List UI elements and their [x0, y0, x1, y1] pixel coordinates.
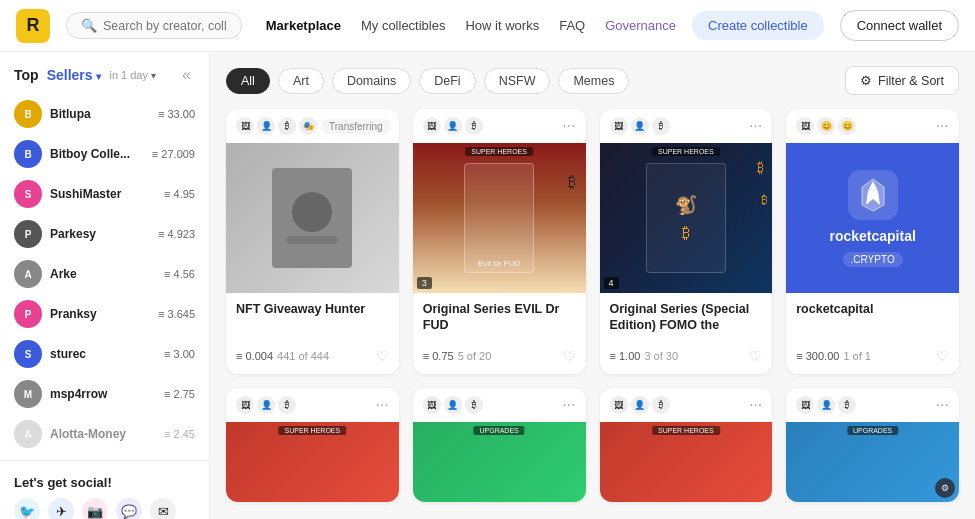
connect-wallet-button[interactable]: Connect wallet	[840, 10, 959, 41]
seller-avatar-6: P	[14, 300, 42, 328]
main-layout: Top Sellers ▾ in 1 day ▾ « B Bitlupa ≡ 3…	[0, 52, 975, 519]
card-6-image[interactable]: UPGRADES	[413, 422, 586, 502]
seller-value-7: ≡ 3.00	[164, 348, 195, 360]
seller-item-7[interactable]: S sturec ≡ 3.00	[0, 334, 209, 374]
twitter-icon[interactable]: 🐦	[14, 498, 40, 519]
card-7-image[interactable]: SUPER HEROES	[600, 422, 773, 502]
search-icon: 🔍	[81, 18, 97, 33]
card-2-icons: 🖼 👤 ₿	[423, 117, 558, 135]
card-7-header: 🖼 👤 ₿ ···	[600, 388, 773, 422]
card-2-body: Original Series EVIL Dr FUD	[413, 293, 586, 348]
card-5-more-button[interactable]: ···	[375, 397, 388, 413]
seller-value-4: ≡ 4.923	[158, 228, 195, 240]
nav-link-faq[interactable]: FAQ	[559, 18, 585, 33]
seller-item-2[interactable]: B Bitboy Colle... ≡ 27.009	[0, 134, 209, 174]
filter-nsfw[interactable]: NSFW	[484, 68, 551, 94]
social-icons: 🐦 ✈ 📷 💬 ✉	[14, 498, 195, 519]
card-8-image[interactable]: UPGRADES ⚙	[786, 422, 959, 502]
card-8-more-button[interactable]: ···	[936, 397, 949, 413]
filter-all[interactable]: All	[226, 68, 270, 94]
seller-item-8[interactable]: M msp4rrow ≡ 2.75	[0, 374, 209, 414]
seller-item-3[interactable]: S SushiMaster ≡ 4.95	[0, 174, 209, 214]
card-1-image[interactable]	[226, 143, 399, 293]
seller-item-4[interactable]: P Parkesy ≡ 4.923	[0, 214, 209, 254]
create-collectible-button[interactable]: Create collectible	[692, 11, 824, 40]
filter-domains[interactable]: Domains	[332, 68, 411, 94]
seller-avatar-3: S	[14, 180, 42, 208]
card-3-favorite-button[interactable]: ♡	[749, 348, 762, 364]
sidebar-header: Top Sellers ▾ in 1 day ▾ «	[0, 66, 209, 94]
nav-link-my-collectibles[interactable]: My collectibles	[361, 18, 446, 33]
card-4-favorite-button[interactable]: ♡	[936, 348, 949, 364]
card-2-favorite-button[interactable]: ♡	[563, 348, 576, 364]
filter-defi[interactable]: DeFi	[419, 68, 475, 94]
card-nft-giveaway: 🖼 👤 ₿ 🎭 Transferring	[226, 109, 399, 374]
discord-icon[interactable]: 💬	[116, 498, 142, 519]
card-2-edition: 5 of 20	[458, 350, 492, 362]
instagram-icon[interactable]: 📷	[82, 498, 108, 519]
nav-link-governance[interactable]: Governance	[605, 18, 676, 33]
seller-avatar-8: M	[14, 380, 42, 408]
card-7-icons: 🖼 👤 ₿	[610, 396, 745, 414]
seller-avatar-4: P	[14, 220, 42, 248]
seller-name-9: Alotta-Money	[50, 427, 156, 441]
card-3-more-button[interactable]: ···	[749, 118, 762, 134]
seller-name-1: Bitlupa	[50, 107, 150, 121]
card-2-image[interactable]: SUPER HEROES Evil Dr FUD 3 ₿	[413, 143, 586, 293]
card-3-icon-2: 👤	[631, 117, 649, 135]
card-6-more-button[interactable]: ···	[562, 397, 575, 413]
filter-icon: ⚙	[860, 73, 872, 88]
card-6-header: 🖼 👤 ₿ ···	[413, 388, 586, 422]
card-4-image[interactable]: rocketcapital .CRYPTO	[786, 143, 959, 293]
card-2-icon-3: ₿	[465, 117, 483, 135]
sidebar-collapse-button[interactable]: «	[178, 66, 195, 84]
email-icon[interactable]: ✉	[150, 498, 176, 519]
period-label[interactable]: in 1 day ▾	[109, 69, 156, 81]
period-dropdown-arrow[interactable]: ▾	[151, 70, 156, 81]
card-3-icon-3: ₿	[652, 117, 670, 135]
card-2-header: 🖼 👤 ₿ ···	[413, 109, 586, 143]
card-5-image[interactable]: SUPER HEROES	[226, 422, 399, 502]
card-4-price: ≡ 300.00 1 of 1	[796, 350, 871, 362]
card-4-more-button[interactable]: ···	[936, 118, 949, 134]
sidebar-top-label: Top	[14, 67, 39, 83]
seller-value-6: ≡ 3.645	[158, 308, 195, 320]
card-8-icon-2: 👤	[817, 396, 835, 414]
telegram-icon[interactable]: ✈	[48, 498, 74, 519]
card-fomo: 🖼 👤 ₿ ··· SUPER HEROES 🐒 ₿ 4 ₿	[600, 109, 773, 374]
nav-link-marketplace[interactable]: Marketplace	[266, 18, 341, 33]
seller-value-9: ≡ 2.45	[164, 428, 195, 440]
card-1-price: ≡ 0.004 441 of 444	[236, 350, 329, 362]
seller-item-1[interactable]: B Bitlupa ≡ 33.00	[0, 94, 209, 134]
card-7-icon-1: 🖼	[610, 396, 628, 414]
seller-item-9[interactable]: A Alotta-Money ≡ 2.45	[0, 414, 209, 454]
filter-sort-button[interactable]: ⚙ Filter & Sort	[845, 66, 959, 95]
card-6-icons: 🖼 👤 ₿	[423, 396, 558, 414]
card-2-title: Original Series EVIL Dr FUD	[423, 301, 576, 334]
card-3-title: Original Series (Special Edition) FOMO t…	[610, 301, 763, 334]
card-3-image[interactable]: SUPER HEROES 🐒 ₿ 4 ₿ ₿	[600, 143, 773, 293]
seller-item-6[interactable]: P Pranksy ≡ 3.645	[0, 294, 209, 334]
filter-art[interactable]: Art	[278, 68, 324, 94]
nav-link-how-it-works[interactable]: How it works	[465, 18, 539, 33]
search-bar[interactable]: 🔍	[66, 12, 242, 39]
card-6-icon-1: 🖼	[423, 396, 441, 414]
card-6-icon-3: ₿	[465, 396, 483, 414]
card-8-icons: 🖼 👤 ₿	[796, 396, 931, 414]
card-2-more-button[interactable]: ···	[562, 118, 575, 134]
card-1-favorite-button[interactable]: ♡	[376, 348, 389, 364]
sidebar-sellers-label[interactable]: Sellers ▾	[47, 67, 102, 83]
card-7-more-button[interactable]: ···	[749, 397, 762, 413]
seller-avatar-5: A	[14, 260, 42, 288]
seller-item-5[interactable]: A Arke ≡ 4.56	[0, 254, 209, 294]
card-5-icon-1: 🖼	[236, 396, 254, 414]
rocket-crypto-badge: .CRYPTO	[843, 252, 903, 267]
nav-links: Marketplace My collectibles How it works…	[266, 18, 676, 33]
search-input[interactable]	[103, 19, 227, 33]
filter-memes[interactable]: Memes	[558, 68, 629, 94]
sellers-dropdown-arrow[interactable]: ▾	[96, 71, 101, 82]
card-1-icon-2: 👤	[257, 117, 275, 135]
site-logo[interactable]: R	[16, 9, 50, 43]
card-upgrade1: 🖼 👤 ₿ ··· UPGRADES	[413, 388, 586, 502]
card-1-footer: ≡ 0.004 441 of 444 ♡	[226, 348, 399, 374]
